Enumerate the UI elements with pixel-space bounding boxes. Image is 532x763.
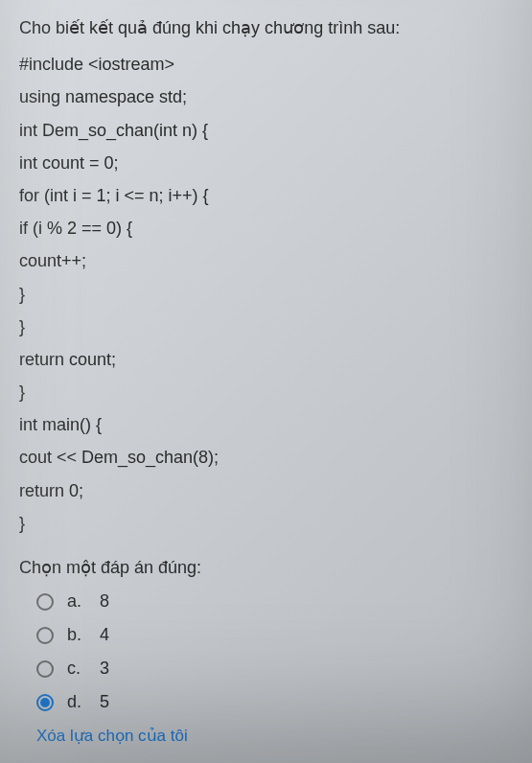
radio-button[interactable] — [36, 694, 54, 711]
code-line: } — [19, 311, 513, 343]
code-line: int Dem_so_chan(int n) { — [19, 114, 513, 147]
option-row-c[interactable]: c.3 — [36, 659, 513, 679]
code-line: } — [19, 376, 513, 408]
code-line: #include <iostream> — [19, 48, 513, 81]
options-list: a.8b.4c.3d.5 — [19, 591, 513, 712]
clear-selection-link[interactable]: Xóa lựa chọn của tôi — [19, 726, 513, 746]
option-letter: d. — [67, 692, 86, 712]
option-letter: b. — [67, 625, 86, 645]
option-row-a[interactable]: a.8 — [36, 591, 513, 612]
option-text: 3 — [100, 659, 109, 679]
code-line: for (int i = 1; i <= n; i++) { — [19, 179, 513, 212]
code-line: if (i % 2 == 0) { — [19, 212, 513, 244]
option-letter: a. — [67, 591, 86, 612]
radio-button[interactable] — [36, 593, 54, 611]
radio-button[interactable] — [36, 660, 54, 678]
option-text: 5 — [100, 692, 109, 712]
option-text: 8 — [100, 591, 109, 612]
code-line: } — [19, 507, 513, 540]
code-line: int count = 0; — [19, 147, 513, 179]
code-block: #include <iostream>using namespace std;i… — [19, 48, 513, 540]
code-line: cout << Dem_so_chan(8); — [19, 441, 513, 474]
answer-prompt: Chọn một đáp án đúng: — [19, 557, 513, 578]
code-line: int main() { — [19, 408, 513, 441]
code-line: return 0; — [19, 474, 513, 507]
radio-button[interactable] — [36, 627, 54, 644]
question-text: Cho biết kết quả đúng khi chạy chương tr… — [19, 12, 513, 44]
code-line: count++; — [19, 244, 513, 277]
option-row-d[interactable]: d.5 — [36, 692, 513, 712]
option-text: 4 — [100, 625, 109, 645]
code-line: return count; — [19, 343, 513, 376]
code-line: } — [19, 278, 513, 311]
option-letter: c. — [67, 659, 86, 679]
code-line: using namespace std; — [19, 81, 513, 113]
option-row-b[interactable]: b.4 — [36, 625, 513, 645]
